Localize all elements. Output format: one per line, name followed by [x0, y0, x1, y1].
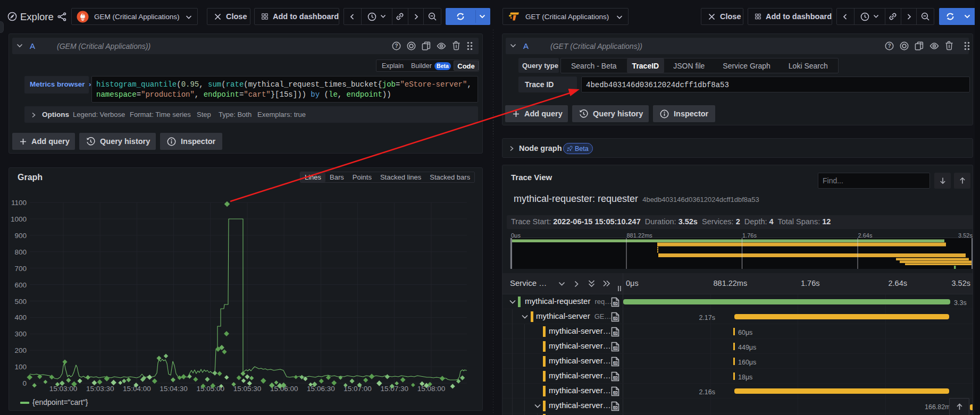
svg-text:15:03:30: 15:03:30	[86, 385, 114, 393]
svg-text:?: ?	[395, 43, 398, 49]
svg-text:700: 700	[14, 265, 27, 273]
svg-text:15:08:00: 15:08:00	[417, 385, 446, 393]
svg-text:800: 800	[14, 248, 27, 256]
svg-text:0: 0	[22, 379, 27, 387]
svg-text:15:05:30: 15:05:30	[233, 385, 262, 393]
svg-text:LOG: LOG	[613, 391, 618, 394]
svg-text:LOG: LOG	[613, 302, 618, 305]
svg-text:600: 600	[14, 281, 27, 289]
svg-text:400: 400	[14, 314, 27, 321]
svg-text:200: 200	[14, 346, 27, 354]
svg-text:LOG: LOG	[613, 332, 618, 335]
svg-text:1000: 1000	[11, 215, 27, 223]
svg-text:LOG: LOG	[613, 346, 618, 350]
svg-text:15:04:30: 15:04:30	[160, 385, 188, 393]
svg-text:300: 300	[14, 330, 27, 338]
svg-text:LOG: LOG	[613, 317, 618, 320]
svg-text:900: 900	[14, 232, 27, 240]
svg-text:?: ?	[887, 43, 891, 49]
svg-text:LOG: LOG	[613, 376, 618, 379]
svg-text:15:07:00: 15:07:00	[344, 385, 372, 393]
svg-text:LOG: LOG	[613, 361, 618, 365]
svg-text:LOG: LOG	[613, 406, 618, 409]
svg-text:1100: 1100	[11, 199, 27, 207]
svg-text:15:07:30: 15:07:30	[381, 385, 409, 393]
svg-text:500: 500	[14, 298, 27, 306]
svg-text:100: 100	[14, 363, 27, 371]
svg-text:15:03:00: 15:03:00	[49, 385, 78, 393]
